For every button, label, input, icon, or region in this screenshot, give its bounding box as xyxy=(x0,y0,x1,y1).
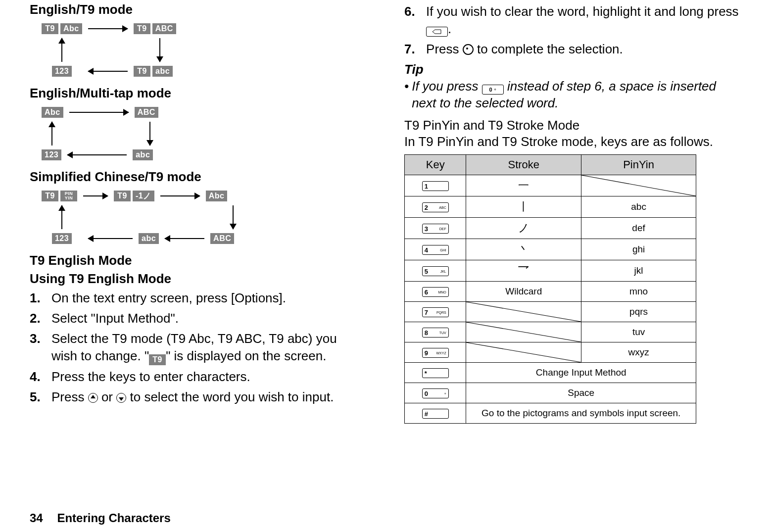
pinyin-cell: abc xyxy=(581,196,696,217)
arrow-up-icon xyxy=(61,205,62,229)
table-row: 1一 xyxy=(405,175,696,196)
stroke-cell xyxy=(466,301,581,322)
pinyin-cell: wxyz xyxy=(581,342,696,362)
badge-abc-title: Abc xyxy=(42,107,63,118)
stroke-cell xyxy=(466,322,581,342)
key-pill: 9WXYZ xyxy=(422,348,449,358)
diagram-english-multitap: Abc ABC 123 abc xyxy=(30,105,355,162)
center-key-icon xyxy=(463,44,474,55)
arrow-right-icon xyxy=(160,195,200,196)
table-row: *Change Input Method xyxy=(405,362,696,383)
tip-heading: Tip xyxy=(404,62,739,77)
badge-abc-lower: abc xyxy=(152,66,173,77)
th-key: Key xyxy=(405,154,466,175)
stroke-cell: 一 xyxy=(466,175,581,196)
table-row: 8TUVtuv xyxy=(405,322,696,342)
key-pill: 2ABC xyxy=(422,202,449,212)
pinyin-cell: ghi xyxy=(581,239,696,260)
key-cell: 2ABC xyxy=(405,196,466,217)
arrow-left-icon xyxy=(88,238,133,239)
table-row: 4GHI丶ghi xyxy=(405,239,696,260)
table-row: #Go to the pictograms and symbols input … xyxy=(405,403,696,423)
merged-cell: Change Input Method xyxy=(466,362,696,383)
step-7: 7.Press to complete the selection. xyxy=(404,41,739,58)
key-pill: 7PQRS xyxy=(422,307,449,317)
key-pill: 1 xyxy=(422,181,449,191)
step-5: 5.Press or to select the word you wish t… xyxy=(30,388,355,406)
key-cell: 8TUV xyxy=(405,322,466,342)
badge-abc-title: Abc xyxy=(60,23,82,34)
heading-t9-english-mode: T9 English Mode xyxy=(30,253,355,268)
table-row: 3DEFノdef xyxy=(405,217,696,239)
merged-cell: Space xyxy=(466,383,696,403)
stroke-cell: Wildcard xyxy=(466,281,581,301)
arrow-down-icon xyxy=(159,38,160,62)
page-number: 34 xyxy=(30,511,43,525)
badge-t9: T9 xyxy=(42,191,58,201)
arrow-left-icon xyxy=(67,154,127,155)
mode-description: In T9 PinYin and T9 Stroke mode, keys ar… xyxy=(404,134,739,149)
arrow-down-icon xyxy=(149,122,150,145)
arrow-left-icon xyxy=(88,71,128,72)
right-column: 6.If you wish to clear the word, highlig… xyxy=(404,0,739,424)
badge-t9: T9 xyxy=(114,191,131,201)
step-4: 4.Press the keys to enter characters. xyxy=(30,368,355,386)
arrow-right-icon xyxy=(69,112,129,113)
key-cell: 4GHI xyxy=(405,239,466,260)
table-row: 9WXYZwxyz xyxy=(405,342,696,362)
key-cell: 7PQRS xyxy=(405,301,466,322)
badge-abc-upper: ABC xyxy=(210,233,234,244)
key-pill: 6MNO xyxy=(422,287,449,297)
step-2: 2.Select "Input Method". xyxy=(30,310,355,327)
page-footer: 34 Entering Characters xyxy=(30,511,171,525)
nav-down-icon xyxy=(116,393,126,403)
diagram-english-t9: T9Abc T9ABC 123 T9abc xyxy=(30,21,355,79)
badge-123: 123 xyxy=(52,66,72,77)
clear-key-icon xyxy=(426,27,448,37)
badge-abc-title: Abc xyxy=(206,191,228,201)
badge-abc-upper: ABC xyxy=(152,23,176,34)
key-cell: 6MNO xyxy=(405,281,466,301)
heading-english-t9: English/T9 mode xyxy=(30,2,355,17)
key-cell: 9WXYZ xyxy=(405,342,466,362)
key-pill: 5JKL xyxy=(422,266,449,276)
svg-line-1 xyxy=(466,302,581,322)
heading-using-t9: Using T9 English Mode xyxy=(30,271,355,287)
arrow-left-icon xyxy=(165,238,204,239)
badge-abc-lower: abc xyxy=(133,149,153,160)
steps-right: 6.If you wish to clear the word, highlig… xyxy=(404,3,739,58)
badge-123: 123 xyxy=(52,233,72,244)
badge-t9-inline: T9 xyxy=(149,354,166,365)
key-cell: * xyxy=(405,362,466,383)
stroke-cell: ノ xyxy=(466,217,581,239)
pinyin-cell xyxy=(581,175,696,196)
step-3: 3.Select the T9 mode (T9 Abc, T9 ABC, T9… xyxy=(30,330,355,365)
table-row: 7PQRSpqrs xyxy=(405,301,696,322)
pinyin-cell: pqrs xyxy=(581,301,696,322)
badge-stroke: -1ノ xyxy=(133,191,154,201)
th-stroke: Stroke xyxy=(466,154,581,175)
heading-simplified-chinese: Simplified Chinese/T9 mode xyxy=(30,169,355,185)
key-cell: 0+ xyxy=(405,383,466,403)
stroke-cell: 丶 xyxy=(466,239,581,260)
table-row: 0+Space xyxy=(405,383,696,403)
steps-left: 1.On the text entry screen, press [Optio… xyxy=(30,290,355,406)
stroke-cell: 乛 xyxy=(466,260,581,281)
diagram-simplified-chinese: T9PINYIN T9-1ノ Abc 123 abc ABC xyxy=(30,189,355,246)
svg-line-2 xyxy=(466,322,581,342)
arrow-up-icon xyxy=(61,38,62,62)
tip-body: •If you press 0 + instead of step 6, a s… xyxy=(404,78,739,112)
footer-title: Entering Characters xyxy=(57,511,170,525)
key-pill: 8TUV xyxy=(422,328,449,338)
arrow-right-icon xyxy=(88,28,128,29)
arrow-up-icon xyxy=(51,122,52,145)
svg-line-3 xyxy=(466,342,581,362)
table-row: 5JKL乛jkl xyxy=(405,260,696,281)
badge-pinyin: PINYIN xyxy=(60,191,77,201)
pinyin-cell: jkl xyxy=(581,260,696,281)
step-6: 6.If you wish to clear the word, highlig… xyxy=(404,3,739,38)
merged-cell: Go to the pictograms and symbols input s… xyxy=(466,403,696,423)
key-cell: # xyxy=(405,403,466,423)
key-pill: 3DEF xyxy=(422,224,449,234)
badge-t9: T9 xyxy=(42,23,58,34)
